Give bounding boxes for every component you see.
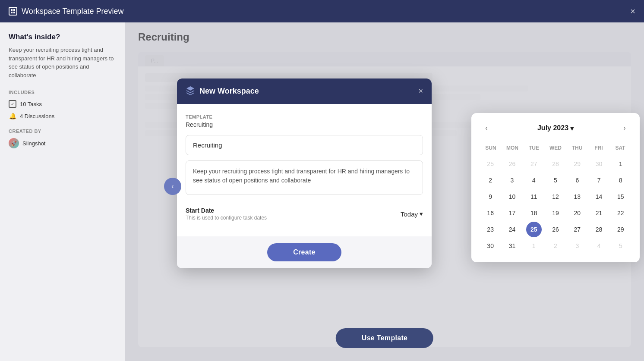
create-button[interactable]: Create [267, 243, 341, 261]
modal-body: TEMPLATE Recruiting Keep your recruiting… [177, 104, 432, 236]
calendar-day-4[interactable]: 4 [591, 238, 607, 254]
titlebar-left: Workspace Template Preview [9, 7, 123, 16]
creator-avatar: 🚀 [9, 138, 19, 148]
calendar-day-24[interactable]: 24 [504, 222, 520, 237]
workspace-name-input[interactable] [186, 135, 423, 155]
modal-header-left: New Workspace [186, 85, 259, 97]
calendar-day-10[interactable]: 10 [504, 189, 520, 204]
calendar-day-19[interactable]: 19 [548, 205, 563, 221]
calendar-days: 2526272829301234567891011121314151617181… [480, 156, 631, 254]
start-date-value-text: Today [401, 210, 418, 218]
includes-label: INCLUDES [9, 90, 117, 95]
calendar-day-1[interactable]: 1 [613, 156, 628, 172]
calendar-day-5[interactable]: 5 [548, 173, 563, 188]
calendar-day-31[interactable]: 31 [504, 238, 520, 254]
sidebar: What's inside? Keep your recruiting proc… [0, 22, 125, 361]
calendar-header: ‹ July 2023 ▾ › [480, 122, 631, 135]
modal-title: New Workspace [199, 87, 259, 96]
titlebar-close-button[interactable]: × [630, 6, 635, 16]
calendar-day-30[interactable]: 30 [483, 238, 498, 254]
sidebar-created-by: CREATED BY 🚀 Slingshot [9, 129, 117, 148]
new-workspace-modal: New Workspace × TEMPLATE Recruiting Keep… [177, 78, 432, 268]
calendar-day-7[interactable]: 7 [591, 173, 607, 188]
start-date-label: Start Date [186, 207, 267, 214]
svg-rect-2 [11, 12, 13, 13]
calendar-day-25[interactable]: 25 [526, 222, 542, 237]
workspace-icon [9, 7, 17, 16]
svg-rect-1 [13, 9, 15, 11]
calendar-day-29[interactable]: 29 [613, 222, 628, 237]
sidebar-title: What's inside? [9, 33, 117, 41]
template-label: TEMPLATE [186, 114, 423, 119]
calendar-day-2[interactable]: 2 [483, 173, 498, 188]
tasks-item: ✓ 10 Tasks [9, 100, 117, 108]
discussions-label: 4 Discussions [20, 113, 54, 119]
calendar-chevron-icon: ▾ [570, 124, 574, 132]
layers-icon [186, 85, 195, 97]
calendar-day-1[interactable]: 1 [526, 238, 542, 254]
calendar-day-21[interactable]: 21 [591, 205, 607, 221]
calendar-day-27[interactable]: 27 [569, 222, 585, 237]
content-area: Recruiting P... ‹ [125, 22, 644, 361]
calendar-prev-button[interactable]: ‹ [480, 122, 493, 135]
calendar-day-18[interactable]: 18 [526, 205, 542, 221]
calendar-day-22[interactable]: 22 [613, 205, 628, 221]
sidebar-description: Keep your recruiting process tight and t… [9, 46, 117, 79]
calendar-day-8[interactable]: 8 [613, 173, 628, 188]
modal-footer: Create [177, 236, 432, 268]
calendar-day-12[interactable]: 12 [548, 189, 563, 204]
chevron-down-icon: ▾ [420, 210, 423, 218]
calendar-grid: SUN MON TUE WED THU FRI SAT 252627282930… [480, 143, 631, 254]
start-date-info: Start Date This is used to configure tas… [186, 207, 267, 221]
calendar-day-30[interactable]: 30 [591, 156, 607, 172]
sidebar-includes: INCLUDES ✓ 10 Tasks 🔔 4 Discussions [9, 90, 117, 120]
day-label-wed: WED [545, 143, 566, 153]
calendar-day-26[interactable]: 26 [548, 222, 563, 237]
calendar-month-year[interactable]: July 2023 ▾ [537, 124, 574, 132]
calendar-day-25[interactable]: 25 [483, 156, 498, 172]
calendar-day-14[interactable]: 14 [591, 189, 607, 204]
calendar-day-3[interactable]: 3 [569, 238, 585, 254]
calendar-day-16[interactable]: 16 [483, 205, 498, 221]
calendar-day-23[interactable]: 23 [483, 222, 498, 237]
discussions-item: 🔔 4 Discussions [9, 112, 117, 120]
titlebar: Workspace Template Preview × [0, 0, 644, 22]
calendar-day-20[interactable]: 20 [569, 205, 585, 221]
calendar-day-2[interactable]: 2 [548, 238, 563, 254]
day-label-mon: MON [502, 143, 523, 153]
start-date-sublabel: This is used to configure task dates [186, 215, 267, 221]
calendar-day-13[interactable]: 13 [569, 189, 585, 204]
nav-prev-button[interactable]: ‹ [164, 178, 181, 195]
calendar-day-6[interactable]: 6 [569, 173, 585, 188]
day-label-sat: SAT [609, 143, 631, 153]
calendar-day-15[interactable]: 15 [613, 189, 628, 204]
modal-close-button[interactable]: × [418, 87, 423, 96]
workspace-description-textarea[interactable]: Keep your recruiting process tight and t… [186, 160, 423, 195]
creator-name: Slingshot [22, 140, 45, 147]
calendar-next-button[interactable]: › [618, 122, 631, 135]
tasks-label: 10 Tasks [20, 101, 42, 107]
calendar-day-28[interactable]: 28 [548, 156, 563, 172]
bell-icon: 🔔 [9, 112, 16, 120]
calendar-day-9[interactable]: 9 [483, 189, 498, 204]
use-template-button[interactable]: Use Template [336, 328, 433, 348]
calendar-days-header: SUN MON TUE WED THU FRI SAT [480, 143, 631, 153]
calendar-day-26[interactable]: 26 [504, 156, 520, 172]
calendar-day-4[interactable]: 4 [526, 173, 542, 188]
svg-rect-3 [13, 12, 15, 13]
calendar-day-28[interactable]: 28 [591, 222, 607, 237]
day-label-tue: TUE [523, 143, 545, 153]
day-label-thu: THU [566, 143, 588, 153]
calendar-day-5[interactable]: 5 [613, 238, 628, 254]
calendar-day-3[interactable]: 3 [504, 173, 520, 188]
start-date-picker-button[interactable]: Today ▾ [401, 210, 423, 218]
calendar-day-29[interactable]: 29 [569, 156, 585, 172]
day-label-sun: SUN [480, 143, 502, 153]
calendar-day-17[interactable]: 17 [504, 205, 520, 221]
calendar-day-27[interactable]: 27 [526, 156, 542, 172]
calendar-day-11[interactable]: 11 [526, 189, 542, 204]
template-name: Recruiting [186, 121, 423, 128]
created-by-label: CREATED BY [9, 129, 117, 134]
month-year-label: July 2023 [537, 124, 568, 132]
titlebar-title: Workspace Template Preview [22, 7, 123, 16]
